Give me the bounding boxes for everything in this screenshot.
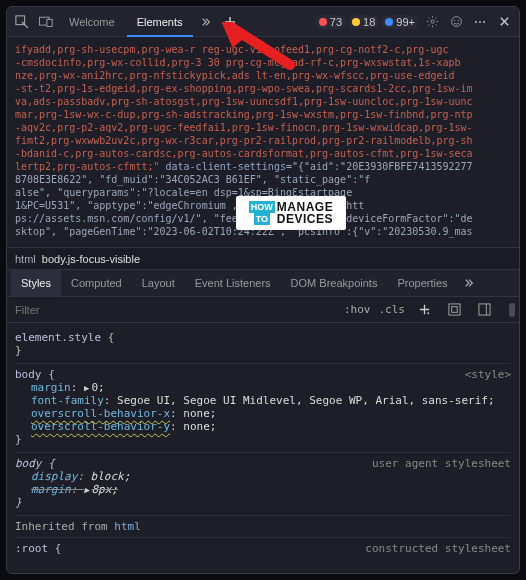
devtools-toolbar: Welcome Elements 73 18 99+ bbox=[7, 7, 519, 37]
cls-toggle[interactable]: .cls bbox=[379, 303, 406, 316]
dom-breadcrumb[interactable]: html body.js-focus-visible bbox=[7, 247, 519, 269]
add-tab-icon[interactable] bbox=[219, 11, 241, 33]
svg-point-3 bbox=[430, 20, 433, 23]
error-dot-icon bbox=[319, 18, 327, 26]
subtab-styles[interactable]: Styles bbox=[11, 269, 61, 297]
tab-elements[interactable]: Elements bbox=[127, 7, 193, 37]
svg-point-5 bbox=[453, 20, 454, 21]
warning-count: 18 bbox=[363, 16, 375, 28]
subtab-eventlisteners[interactable]: Event Listeners bbox=[185, 269, 281, 297]
rule-root[interactable]: constructed stylesheet :root { bbox=[15, 538, 511, 561]
styles-filter-input[interactable] bbox=[13, 303, 336, 317]
rule-body-ua[interactable]: user agent stylesheet body { display: bl… bbox=[15, 453, 511, 516]
expand-icon[interactable]: ▶ bbox=[84, 485, 89, 495]
source-constructed: constructed stylesheet bbox=[365, 542, 511, 555]
close-devtools-icon[interactable] bbox=[493, 11, 515, 33]
svg-point-4 bbox=[451, 17, 461, 27]
more-tabs-icon[interactable] bbox=[195, 11, 217, 33]
info-badge[interactable]: 99+ bbox=[381, 15, 419, 29]
crumb-body[interactable]: body.js-focus-visible bbox=[42, 253, 140, 265]
svg-point-7 bbox=[475, 20, 477, 22]
svg-rect-2 bbox=[47, 19, 52, 26]
error-count: 73 bbox=[330, 16, 342, 28]
subtab-layout[interactable]: Layout bbox=[132, 269, 185, 297]
new-style-icon[interactable] bbox=[413, 299, 435, 321]
warning-dot-icon bbox=[352, 18, 360, 26]
expand-icon[interactable]: ▶ bbox=[84, 383, 89, 393]
svg-point-6 bbox=[457, 20, 458, 21]
inspect-icon[interactable] bbox=[11, 11, 33, 33]
svg-rect-11 bbox=[448, 304, 459, 315]
inherited-from-link[interactable]: html bbox=[114, 520, 141, 533]
subtab-properties[interactable]: Properties bbox=[387, 269, 457, 297]
crumb-html[interactable]: html bbox=[15, 253, 36, 265]
dom-source[interactable]: ifyadd,prg-sh-usecpm,prg-wea-r reg-ugc-v… bbox=[7, 37, 519, 247]
computed-toggle-icon[interactable] bbox=[443, 299, 465, 321]
rule-element-style[interactable]: element.style { } bbox=[15, 327, 511, 364]
subtab-dombreakpoints[interactable]: DOM Breakpoints bbox=[281, 269, 388, 297]
svg-rect-12 bbox=[451, 307, 457, 313]
svg-point-9 bbox=[483, 20, 485, 22]
svg-point-8 bbox=[479, 20, 481, 22]
settings-icon[interactable] bbox=[421, 11, 443, 33]
tab-welcome[interactable]: Welcome bbox=[59, 7, 125, 37]
styles-pane[interactable]: element.style { } <style> body { margin:… bbox=[7, 323, 519, 573]
info-dot-icon bbox=[385, 18, 393, 26]
feedback-icon[interactable] bbox=[445, 11, 467, 33]
svg-point-10 bbox=[427, 312, 429, 314]
svg-rect-13 bbox=[478, 304, 489, 315]
hov-toggle[interactable]: :hov bbox=[344, 303, 371, 316]
panel-layout-icon[interactable] bbox=[473, 299, 495, 321]
source-link-style[interactable]: <style> bbox=[465, 368, 511, 381]
warning-badge[interactable]: 18 bbox=[348, 15, 379, 29]
inherited-section: Inherited from html bbox=[15, 516, 511, 538]
styles-filterbar: :hov .cls bbox=[7, 297, 519, 323]
more-options-icon[interactable] bbox=[469, 11, 491, 33]
styles-tabbar: Styles Computed Layout Event Listeners D… bbox=[7, 269, 519, 297]
device-toggle-icon[interactable] bbox=[35, 11, 57, 33]
scrollbar-thumb[interactable] bbox=[509, 303, 515, 317]
rule-body-style[interactable]: <style> body { margin: ▶0; font-family: … bbox=[15, 364, 511, 453]
source-ua: user agent stylesheet bbox=[372, 457, 511, 470]
error-badge[interactable]: 73 bbox=[315, 15, 346, 29]
subtab-overflow-icon[interactable] bbox=[458, 272, 480, 294]
info-count: 99+ bbox=[396, 16, 415, 28]
subtab-computed[interactable]: Computed bbox=[61, 269, 132, 297]
